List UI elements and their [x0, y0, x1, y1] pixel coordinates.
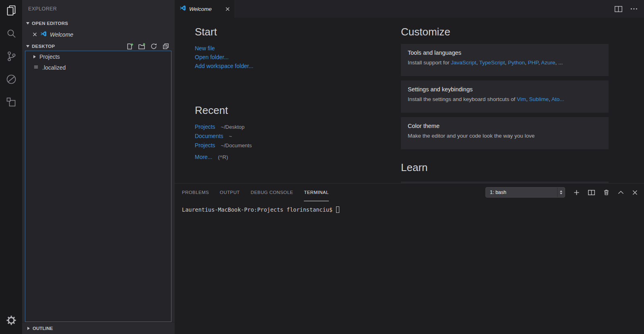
vscode-window: EXPLORER OPEN EDITORS Welcome DESKTOP [0, 0, 644, 334]
activity-debug[interactable] [5, 74, 18, 87]
card-inline-link[interactable]: Azure [541, 60, 555, 66]
card-settings-and-keybindings[interactable]: Settings and keybindings Install the set… [401, 80, 609, 113]
card-inline-text: , [505, 60, 508, 66]
new-file-icon[interactable] [126, 42, 134, 50]
tree-item-projects[interactable]: Projects [25, 51, 171, 62]
chevron-down-icon [26, 22, 29, 25]
sidebar-title: EXPLORER [22, 0, 175, 18]
more-shortcut-hint: (^R) [218, 153, 228, 162]
card-inline-text: Install support for [408, 60, 451, 66]
vscode-logo-icon [180, 5, 186, 13]
recent-link[interactable]: Projects [195, 122, 215, 131]
refresh-icon[interactable] [150, 42, 158, 50]
tab-problems[interactable]: PROBLEMS [182, 183, 209, 201]
tab-terminal[interactable]: TERMINAL [304, 183, 328, 201]
recent-path: ~/Desktop [221, 123, 245, 132]
close-icon[interactable] [33, 31, 37, 38]
card-color-theme[interactable]: Color theme Make the editor and your cod… [401, 117, 609, 149]
kill-terminal-icon[interactable] [603, 189, 609, 196]
maximize-panel-icon[interactable] [618, 190, 624, 194]
customize-heading: Customize [401, 26, 609, 38]
card-inline-link[interactable]: Sublime [529, 96, 549, 102]
explorer-sidebar: EXPLORER OPEN EDITORS Welcome DESKTOP [22, 0, 175, 334]
split-editor-icon[interactable] [615, 6, 622, 12]
bottom-panel: PROBLEMS OUTPUT DEBUG CONSOLE TERMINAL 1… [175, 183, 644, 334]
recent-link[interactable]: Projects [195, 141, 215, 150]
card-inline-link[interactable]: Vim [517, 96, 526, 102]
file-tree: Projects .localized [25, 51, 171, 322]
panel-tabs: PROBLEMS OUTPUT DEBUG CONSOLE TERMINAL [182, 183, 329, 201]
card-tools-and-languages[interactable]: Tools and languages Install support for … [401, 44, 609, 76]
editor-toolbar [615, 0, 638, 18]
terminal-toolbar: 1: bash [485, 187, 638, 198]
terminal-cursor [336, 206, 339, 213]
collapse-all-icon[interactable] [162, 42, 170, 50]
tab-debug-console[interactable]: DEBUG CONSOLE [251, 183, 293, 201]
card-title: Settings and keybindings [408, 86, 602, 93]
card-inline-link[interactable]: Python [508, 60, 525, 66]
close-icon[interactable] [225, 7, 230, 11]
chevron-right-icon [33, 55, 36, 58]
open-editors-header[interactable]: OPEN EDITORS [22, 18, 175, 29]
new-folder-icon[interactable] [138, 42, 146, 50]
select-arrows-icon [557, 188, 565, 197]
card-title: Color theme [408, 123, 602, 129]
card-inline-link[interactable]: TypeScript [479, 60, 505, 66]
open-editors-label: OPEN EDITORS [32, 21, 68, 26]
tree-item-localized[interactable]: .localized [25, 62, 171, 73]
open-editor-item-welcome[interactable]: Welcome [22, 29, 175, 40]
tree-item-label: Projects [39, 54, 60, 60]
card-inline-link[interactable]: PHP [528, 60, 538, 66]
card-description: Install support for JavaScript, TypeScri… [408, 59, 602, 66]
customize-section: Customize Tools and languages Install su… [401, 26, 609, 183]
explorer-actions [126, 42, 175, 50]
card-inline-text: Make the editor and your code look the w… [408, 133, 535, 139]
card-description: Make the editor and your code look the w… [408, 132, 602, 140]
chevron-down-icon [26, 45, 29, 47]
new-terminal-icon[interactable] [574, 190, 580, 196]
card-inline-text: , [549, 96, 551, 102]
recent-path: ~/Documents [221, 141, 252, 150]
editor-tab-bar: Welcome [175, 0, 644, 18]
card-inline-link[interactable]: JavaScript [451, 60, 476, 66]
card-inline-text: , ... [555, 60, 563, 66]
panel-header: PROBLEMS OUTPUT DEBUG CONSOLE TERMINAL 1… [175, 183, 644, 201]
terminal-shell-select[interactable]: 1: bash [485, 187, 565, 198]
card-title: Tools and languages [408, 49, 602, 56]
file-icon [33, 64, 39, 71]
activity-bar [0, 0, 22, 334]
debug-icon [5, 73, 17, 87]
outline-section-header[interactable]: OUTLINE [22, 322, 175, 334]
split-terminal-icon[interactable] [588, 190, 595, 195]
editor-area: Welcome [175, 0, 644, 183]
explorer-icon [5, 4, 17, 18]
extensions-icon [5, 96, 17, 110]
learn-heading: Learn [401, 161, 609, 174]
activity-extensions[interactable] [5, 97, 18, 109]
shell-select-value: 1: bash [490, 190, 506, 195]
more-link[interactable]: More... [195, 153, 213, 161]
tab-label: Welcome [189, 6, 212, 12]
settings-gear-icon [5, 314, 17, 328]
activity-source-control[interactable] [5, 51, 18, 64]
close-panel-icon[interactable] [632, 190, 638, 195]
search-icon [5, 27, 17, 41]
tab-output[interactable]: OUTPUT [220, 183, 240, 201]
outline-label: OUTLINE [33, 326, 53, 331]
open-editor-label: Welcome [50, 31, 73, 38]
terminal-prompt: Laurentius-MacBook-Pro:Projects florinst… [182, 206, 332, 213]
recent-path: ~ [229, 132, 232, 141]
terminal-output[interactable]: Laurentius-MacBook-Pro:Projects florinst… [175, 201, 644, 213]
more-actions-icon[interactable] [630, 8, 638, 10]
card-inline-text: Install the settings and keyboard shortc… [408, 96, 517, 102]
desktop-section-label: DESKTOP [32, 44, 55, 49]
source-control-icon [5, 50, 17, 64]
welcome-page: Start New file Open folder... Add worksp… [175, 18, 644, 183]
activity-search[interactable] [5, 28, 18, 41]
card-inline-link[interactable]: Ato... [551, 96, 564, 102]
tree-item-label: .localized [42, 64, 66, 71]
recent-link[interactable]: Documents [195, 132, 223, 140]
tab-welcome[interactable]: Welcome [175, 0, 235, 18]
activity-explorer[interactable] [5, 5, 18, 18]
activity-settings[interactable] [5, 315, 18, 328]
